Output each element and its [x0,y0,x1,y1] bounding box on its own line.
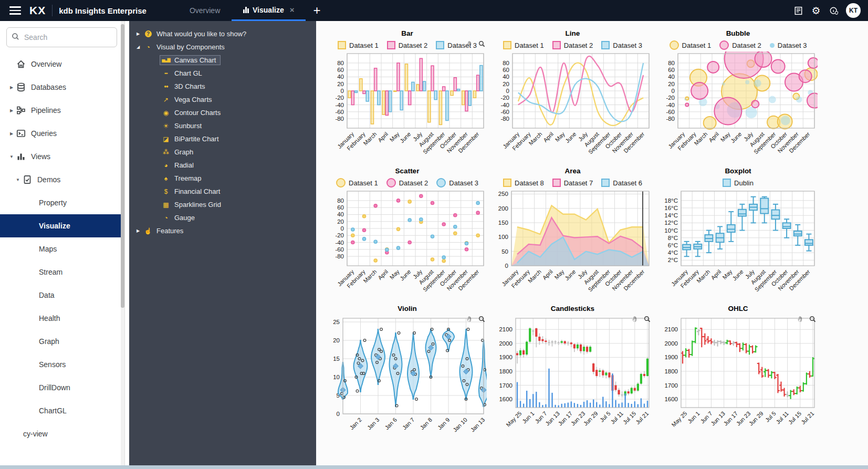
svg-text:-80: -80 [335,253,344,259]
collapsed-arrow-icon[interactable]: ▶ [134,228,142,233]
sidebar-item-cy-view[interactable]: cy-view [0,422,124,445]
scatter-chart-svg[interactable]: -80-60-40-20020406080JanuaryFebruaryMarc… [328,189,487,297]
tree-item-gauge[interactable]: ◔Gauge [129,211,316,224]
pan-hand-icon[interactable] [797,315,804,325]
chevron-right-icon[interactable]: ▶ [7,131,16,136]
tree-item-features[interactable]: ▶☝Features [129,224,316,237]
horizontal-scrollbar[interactable] [0,465,868,469]
sidebar-item-property[interactable]: Property [0,191,124,214]
ohlc-chart-svg[interactable]: 160017001800190020002100May 25Jun 1Jun 7… [659,314,818,433]
legend-item-dataset-1[interactable]: Dataset 1 [503,41,544,49]
svg-text:Jan 7: Jan 7 [401,416,415,431]
tree-item-sparklines-grid[interactable]: ▦Sparklines Grid [129,198,316,211]
area-chart-svg[interactable]: 050100150200250JanuaryFebruaryMarchApril… [494,189,652,297]
sidebar-item-pipelines[interactable]: ▶Pipelines [0,99,124,122]
tree-item-sunburst[interactable]: ☀Sunburst [129,119,316,132]
tree-item-what-would-you-like-to-show-[interactable]: ▶?What would you like to show? [129,27,316,40]
svg-text:1600: 1600 [664,396,678,402]
new-tab-button[interactable]: + [306,4,328,17]
sidebar-item-views[interactable]: ▼Views [0,145,124,168]
candles-chart-svg[interactable]: 160017001800190020002100May 25Jun 1Jun 7… [494,314,652,433]
sidebar-item-chartgl[interactable]: ChartGL [0,399,124,422]
tree-item-visual-by-components[interactable]: ◢◔Visual by Components [129,40,316,54]
sidebar-item-graph[interactable]: Graph [0,330,124,353]
bar-chart-svg[interactable]: -80-60-40-20020406080JanuaryFebruaryMarc… [328,51,487,160]
legend-item-dataset-3[interactable]: Dataset 3 [436,178,478,187]
tree-item-financial-chart[interactable]: $Financial Chart [129,185,316,198]
sidebar-item-drilldown[interactable]: DrillDown [0,376,124,399]
bubble-chart-svg[interactable]: -80-60-40-20020406080JanuaryFebruaryMarc… [659,51,818,160]
sidebar-item-overview[interactable]: Overview [0,53,124,76]
chevron-down-icon[interactable]: ▼ [7,154,16,159]
sidebar-item-label: Sensors [39,360,66,369]
legend-item-dataset-6[interactable]: Dataset 6 [601,179,642,187]
info-shield-icon[interactable] [825,5,843,15]
line-chart-svg[interactable]: -80-60-40-20020406080JanuaryFebruaryMarc… [494,51,652,160]
release-notes-icon[interactable] [789,5,807,15]
sidebar-item-health[interactable]: Health [0,307,124,330]
violin-chart-svg[interactable]: 0510152025Jan 2Jan 3Jan 6Jan 7Jan 8Jan 9… [328,314,487,433]
sidebar-item-stream[interactable]: Stream [0,260,124,284]
sidebar-item-sensors[interactable]: Sensors [0,353,124,376]
features-icon: ☝ [143,227,153,235]
sidebar-item-queries[interactable]: ▶Queries [0,122,124,145]
expanded-arrow-icon[interactable]: ◢ [134,45,142,49]
tab-close-icon[interactable]: × [290,5,295,14]
sidebar-item-label: Views [31,152,50,161]
tree-item-body: $Financial Chart [160,186,225,196]
legend-item-dataset-3[interactable]: Dataset 3 [770,41,807,49]
tab-visualize[interactable]: Visualize× [232,0,306,21]
tab-overview[interactable]: Overview [178,0,232,21]
legend-item-dataset-1[interactable]: Dataset 1 [670,40,712,50]
sidebar: Overview▶Databases▶Pipelines▶Queries▼Vie… [0,21,125,465]
tree-item-chart-gl[interactable]: ▪▪▪Chart GL [129,67,316,80]
collapsed-arrow-icon[interactable]: ▶ [134,32,142,36]
svg-text:40: 40 [503,74,509,80]
legend-item-dataset-1[interactable]: Dataset 1 [336,178,378,187]
zoom-icon[interactable] [478,40,486,50]
tree-item-bipartite-chart[interactable]: ◪BiPartite Chart [129,132,316,145]
chevron-right-icon[interactable]: ▶ [7,108,16,113]
sidebar-item-data[interactable]: Data [0,284,124,307]
svg-text:-40: -40 [335,102,344,108]
tree-item-contour-charts[interactable]: ◉Contour Charts [129,106,316,119]
pan-hand-icon[interactable] [466,315,474,325]
pan-hand-icon[interactable] [631,315,639,325]
svg-text:Jan 13: Jan 13 [469,416,486,433]
legend-item-dataset-2[interactable]: Dataset 2 [387,41,428,49]
zoom-icon[interactable] [809,315,817,325]
legend-item-dataset-1[interactable]: Dataset 1 [338,41,379,49]
menu-icon[interactable] [9,4,21,17]
sidebar-item-demos[interactable]: ▼Demos [0,168,124,191]
svg-text:4°C: 4°C [667,249,677,256]
zoom-icon[interactable] [478,315,486,325]
tree-item-canvas-chart[interactable]: ▅▃▇Canvas Chart [129,54,316,67]
zoom-icon[interactable] [643,315,651,325]
legend-item-dataset-2[interactable]: Dataset 2 [719,40,761,50]
sidebar-item-visualize[interactable]: Visualize [0,214,124,237]
chevron-right-icon[interactable]: ▶ [7,85,16,90]
legend-item-dataset-2[interactable]: Dataset 2 [552,41,593,49]
search-box[interactable] [6,27,117,47]
tree-item-radial[interactable]: ◕Radial [129,159,316,172]
chevron-down-icon[interactable]: ▼ [14,178,22,182]
legend-item-dataset-7[interactable]: Dataset 7 [552,179,593,187]
tree-item-treemap[interactable]: ♠Treemap [129,172,316,185]
legend-item-dataset-8[interactable]: Dataset 8 [503,179,544,187]
search-input[interactable] [23,33,112,42]
tree-item-graph[interactable]: ⁂Graph [129,145,316,159]
settings-gear-icon[interactable]: ⚙ [807,5,825,17]
scrollbar-thumb[interactable] [121,24,124,308]
legend-item-dublin[interactable]: Dublin [723,179,754,187]
user-avatar[interactable]: KT [846,3,861,18]
legend-item-dataset-3[interactable]: Dataset 3 [601,41,642,49]
sidebar-item-databases[interactable]: ▶Databases [0,76,124,99]
tree-item-vega-charts[interactable]: ↗Vega Charts [129,93,316,106]
sidebar-scrollbar[interactable] [121,21,124,465]
boxplot-chart-svg[interactable]: 2°C4°C6°C8°C10°C12°C14°C16°C18°CJanuaryF… [659,189,818,297]
legend-item-dataset-2[interactable]: Dataset 2 [386,178,428,187]
legend-label: Dataset 1 [515,41,544,49]
tree-item-3d-charts[interactable]: ●●3D Charts [129,80,316,93]
sidebar-item-maps[interactable]: Maps [0,237,124,260]
pan-hand-icon[interactable] [466,40,474,50]
